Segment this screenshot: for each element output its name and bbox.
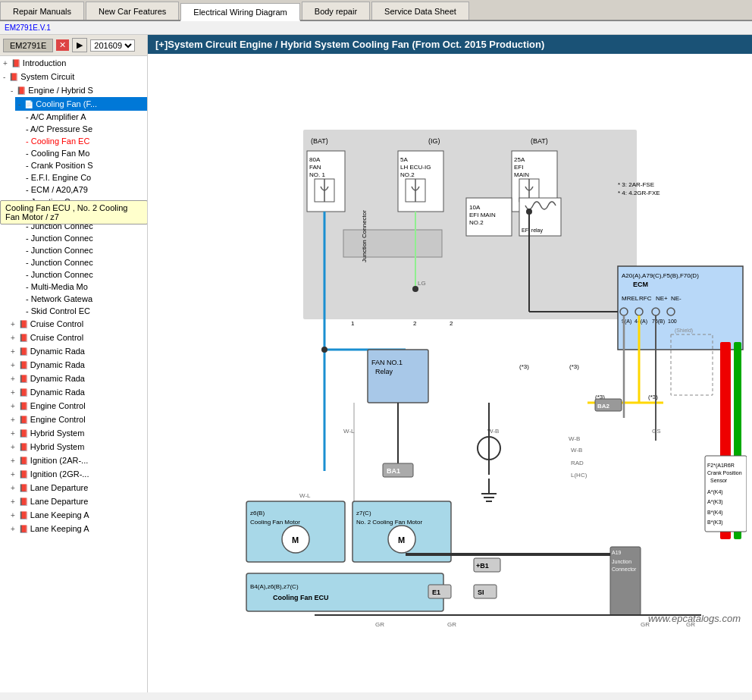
sidebar-item-lanedep1[interactable]: + 📕 Lane Departure [8,481,147,494]
sidebar-item-skidcontrol[interactable]: - Skid Control EC [23,305,147,317]
svg-text:(BAT): (BAT) [311,137,328,145]
sidebar-item-acpressure[interactable]: - A/C Pressure Se [23,123,147,135]
svg-text:(*3): (*3) [519,363,529,370]
svg-text:(BAT): (BAT) [531,137,548,145]
sidebar-item-ignition1[interactable]: + 📕 Ignition (2AR-... [8,454,147,467]
sidebar-item-acamplifier[interactable]: - A/C Amplifier A [23,111,147,123]
tab-new-car-features[interactable]: New Car Features [86,2,179,20]
main-layout: EM2791E ✕ ▶ 201609 Cooling Fan ECU , No.… [0,35,752,692]
sidebar-item-enginehybrid[interactable]: - 📕 Engine / Hybrid S [8,83,147,97]
svg-text:GR: GR [447,621,456,628]
sidebar-item-engctrl1[interactable]: + 📕 Engine Control [8,399,147,413]
svg-text:No. 2 Cooling Fan Motor: No. 2 Cooling Fan Motor [356,519,422,526]
sidebar-tab[interactable]: EM2791E [3,39,53,52]
sidebar-item-dynamic1[interactable]: + 📕 Dynamic Rada [8,344,147,358]
svg-text:M: M [292,535,299,545]
nav-forward-button[interactable]: ▶ [72,38,87,52]
sidebar-item-dynamic3[interactable]: + 📕 Dynamic Rada [8,372,147,385]
sidebar-item-lanekeep1[interactable]: + 📕 Lane Keeping A [8,508,147,522]
sidebar-item-junc6[interactable]: - Junction Connec [23,256,147,268]
svg-text:F2*(A1R6R: F2*(A1R6R [707,463,735,469]
sidebar-item-cruise1[interactable]: + 📕 Cruise Control [8,317,147,331]
sidebar-item-cruise2[interactable]: + 📕 Cruise Control [8,331,147,344]
book-icon: 📕 [18,510,29,520]
doc-icon: 📄 [24,99,34,109]
sidebar-item-engctrl2[interactable]: + 📕 Engine Control [8,413,147,426]
svg-text:2: 2 [450,320,453,327]
svg-text:B4(A),z6(B),z7(C): B4(A),z6(B),z7(C) [250,583,299,590]
sidebar-item-crankpos[interactable]: - Crank Position S [23,159,147,171]
svg-text:Sensor: Sensor [710,478,728,483]
sidebar-item-ecm[interactable]: - ECM / A20,A79 [23,184,147,196]
svg-text:FAN NO.1: FAN NO.1 [371,359,403,366]
sidebar-item-network[interactable]: - Network Gatewa [23,293,147,305]
book-icon: 📕 [18,428,29,438]
svg-text:(Shield): (Shield) [675,328,693,334]
diagram-title[interactable]: [+]System Circuit Engine / Hybrid System… [155,39,544,50]
sidebar-item-junc7[interactable]: - Junction Connec [23,268,147,281]
svg-text:25A: 25A [514,156,525,163]
sidebar-item-lanekeep2[interactable]: + 📕 Lane Keeping A [8,522,147,535]
svg-text:z7(C): z7(C) [356,510,371,516]
sidebar-item-multimedia[interactable]: - Multi-Media Mo [23,281,147,293]
sidebar-item-ignition2[interactable]: + 📕 Ignition (2GR-... [8,467,147,481]
sidebar-item-junc4[interactable]: - Junction Connec [23,232,147,244]
svg-text:M: M [398,535,405,545]
book-icon: 📕 [18,387,29,397]
sidebar-item-lanedep2[interactable]: + 📕 Lane Departure [8,494,147,508]
svg-text:z6(B): z6(B) [250,510,265,516]
svg-text:NO. 1: NO. 1 [309,171,325,178]
svg-text:GR: GR [375,621,384,628]
svg-text:EFI MAIN: EFI MAIN [469,212,496,218]
svg-text:EFI relay: EFI relay [522,228,544,234]
diagram-canvas[interactable]: (BAT) (IG) (BAT) 80A FAN NO. 1 5A LH ECU… [148,54,752,632]
tab-body-repair[interactable]: Body repair [302,2,370,20]
svg-text:B*(K3): B*(K3) [707,520,723,526]
close-button[interactable]: ✕ [56,39,69,51]
book-icon: 📕 [11,58,21,68]
sidebar-item-efi[interactable]: - E.F.I. Engine Co [23,171,147,184]
book-icon: 📕 [18,414,29,425]
sidebar-item-intro[interactable]: + 📕 Introduction [0,56,147,70]
sidebar-item-coolingfanmo[interactable]: - Cooling Fan Mo [23,147,147,159]
sidebar-item-hybrid2[interactable]: + 📕 Hybrid System [8,440,147,454]
svg-text:MAIN: MAIN [514,171,529,178]
book-icon: 📕 [18,373,29,384]
svg-text:* 4: 4.2GR-FXE: * 4: 4.2GR-FXE [618,190,660,196]
sidebar-item-hybrid1[interactable]: + 📕 Hybrid System [8,426,147,440]
svg-text:W-B: W-B [569,435,580,442]
svg-text:80A: 80A [309,156,321,163]
svg-text:E1: E1 [432,589,440,596]
svg-text:FAN: FAN [309,164,321,171]
svg-text:100: 100 [668,319,677,324]
svg-text:LG: LG [418,280,426,287]
book-icon: 📕 [18,319,29,329]
sidebar-header: EM2791E ✕ ▶ 201609 [0,35,147,56]
svg-text:W-L: W-L [343,428,355,435]
tab-electrical-wiring[interactable]: Electrical Wiring Diagram [180,3,299,21]
book-icon: 📕 [18,469,29,479]
svg-text:NO.2: NO.2 [469,219,484,226]
tab-service-data[interactable]: Service Data Sheet [371,2,469,20]
svg-text:NO.2: NO.2 [400,171,415,178]
svg-text:L(HC): L(HC) [571,472,588,479]
sidebar: EM2791E ✕ ▶ 201609 Cooling Fan ECU , No.… [0,35,148,692]
svg-rect-67 [246,573,443,611]
svg-point-122 [321,347,327,353]
svg-text:MREL: MREL [622,295,639,302]
sidebar-item-dynamic2[interactable]: + 📕 Dynamic Rada [8,358,147,372]
breadcrumb[interactable]: EM2791E.V.1 [0,21,752,35]
sidebar-item-coolingfanec[interactable]: - Cooling Fan EC [23,135,147,147]
svg-text:(IG): (IG) [428,137,440,145]
sidebar-item-junc5[interactable]: - Junction Connec [23,244,147,256]
year-select[interactable]: 201609 [90,39,135,52]
svg-text:RFC: RFC [639,295,652,302]
book-icon: 📕 [18,523,29,534]
sidebar-item-syscircuit[interactable]: - 📕 System Circuit [0,70,147,83]
svg-text:ECM: ECM [633,281,648,288]
sidebar-item-coolingfan[interactable]: - 📄 Cooling Fan (F... [15,97,147,111]
svg-text:Relay: Relay [375,368,393,375]
tab-repair-manuals[interactable]: Repair Manuals [0,2,84,20]
sidebar-item-dynamic4[interactable]: + 📕 Dynamic Rada [8,385,147,399]
svg-text:LH ECU-IG: LH ECU-IG [400,164,431,171]
